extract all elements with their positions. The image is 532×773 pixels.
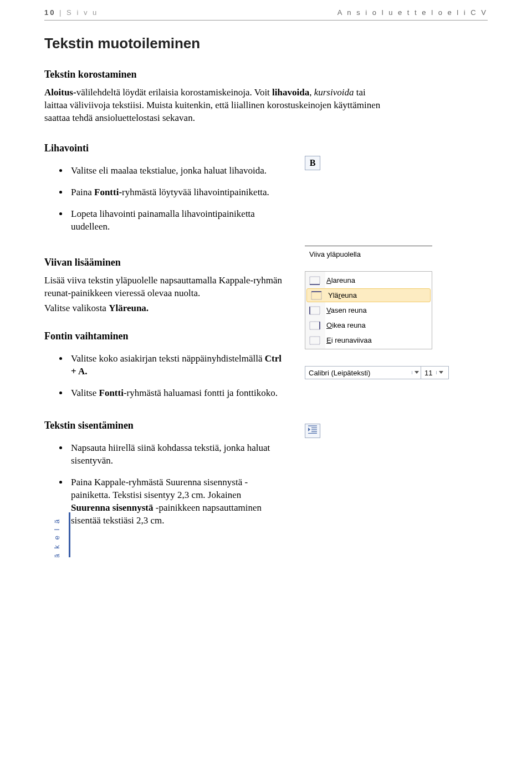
svg-rect-4 <box>310 307 320 314</box>
paragraph-korostaminen: Aloitus-välilehdeltä löydät erilaisia ko… <box>44 87 388 125</box>
sidebar-accent-bar <box>69 512 70 557</box>
page-title: Tekstin muotoileminen <box>44 34 488 53</box>
svg-marker-16 <box>308 428 310 431</box>
paragraph-viiva-2: Valitse valikosta Yläreuna. <box>44 302 283 315</box>
list-item: Valitse Fontti-ryhmästä haluamasi fontti… <box>69 383 283 404</box>
font-size-value: 11 <box>424 368 436 378</box>
page-label: S i v u <box>66 8 98 17</box>
sidebar-author: T a r u H o n k a p ä ä j a H a n n a M … <box>52 518 62 557</box>
list-sisennys: Napsauta hiirellä siinä kohdassa tekstiä… <box>44 438 283 532</box>
bold-button[interactable]: B <box>305 156 320 170</box>
svg-rect-2 <box>311 292 321 299</box>
border-right-icon <box>309 320 321 331</box>
list-item: Paina Kappale-ryhmästä Suurenna sisennys… <box>69 472 283 532</box>
menu-item-label: Ei reunaviivaa <box>326 335 372 345</box>
menu-item-border[interactable]: Vasen reuna <box>305 303 432 318</box>
menu-item-border[interactable]: Oikea reuna <box>305 318 432 333</box>
menu-item-border[interactable]: Yläreuna <box>306 288 431 302</box>
borders-menu[interactable]: AlareunaYläreunaVasen reunaOikea reunaEi… <box>305 271 432 349</box>
list-lihavointi: Valitse eli maalaa tekstialue, jonka hal… <box>44 160 283 238</box>
menu-item-label: Alareuna <box>326 276 355 286</box>
list-item: Napsauta hiirellä siinä kohdassa tekstiä… <box>69 438 283 472</box>
font-size-dropdown[interactable]: 11 <box>421 366 449 379</box>
list-item: Paina Fontti-ryhmästä löytyvää lihavoint… <box>69 182 283 204</box>
document-title: A n s i o l u e t t e l o e l i C V <box>337 8 488 18</box>
sidebar-author-block: T a r u H o n k a p ä ä j a H a n n a M … <box>50 468 66 557</box>
svg-rect-6 <box>310 322 320 329</box>
menu-item-label: Vasen reuna <box>326 306 367 316</box>
list-fontti: Valitse koko asiakirjan teksti näppäinyh… <box>44 348 283 404</box>
heading-viiva: Viivan lisääminen <box>44 256 283 269</box>
menu-item-border[interactable]: Ei reunaviivaa <box>305 333 432 348</box>
list-item: Valitse eli maalaa tekstialue, jonka hal… <box>69 160 283 182</box>
page-number: 10 <box>44 8 55 17</box>
tooltip-text: Viiva yläpuolella <box>309 250 361 258</box>
svg-rect-0 <box>310 277 320 284</box>
heading-fontti: Fontin vaihtaminen <box>44 329 283 343</box>
menu-item-label: Yläreuna <box>328 291 357 301</box>
font-name-dropdown[interactable]: Calibri (Leipäteksti) <box>305 366 421 379</box>
list-item: Lopeta lihavointi painamalla lihavointip… <box>69 204 283 238</box>
bold-icon: B <box>310 157 316 169</box>
chevron-down-icon <box>412 371 421 374</box>
border-bottom-icon <box>309 275 321 286</box>
paragraph-viiva-1: Lisää viiva tekstin yläpuolelle napsautt… <box>44 274 283 300</box>
menu-item-border[interactable]: Alareuna <box>305 273 432 288</box>
border-none-icon <box>309 335 321 346</box>
svg-rect-8 <box>310 337 320 344</box>
heading-korostaminen: Tekstin korostaminen <box>44 68 488 81</box>
border-left-icon <box>309 305 321 316</box>
svg-marker-10 <box>439 371 443 374</box>
font-combo: Calibri (Leipäteksti) 11 <box>305 366 449 379</box>
border-top-icon <box>310 290 323 301</box>
heading-sisennys: Tekstin sisentäminen <box>44 419 283 432</box>
menu-item-label: Oikea reuna <box>326 321 366 330</box>
svg-marker-9 <box>415 371 419 374</box>
increase-indent-icon <box>308 425 318 438</box>
page-number-separator: | <box>59 8 66 17</box>
font-name-value: Calibri (Leipäteksti) <box>305 368 412 378</box>
tooltip-line-above: Viiva yläpuolella <box>305 246 432 261</box>
increase-indent-button[interactable] <box>305 424 320 438</box>
heading-lihavointi: Lihavointi <box>44 141 283 155</box>
text-aloitus-bold: Aloitus- <box>44 87 76 98</box>
list-item: Valitse koko asiakirjan teksti näppäinyh… <box>69 348 283 383</box>
chevron-down-icon <box>436 371 445 374</box>
page-number-block: 10 | S i v u <box>44 8 98 18</box>
page-header: 10 | S i v u A n s i o l u e t t e l o e… <box>44 8 488 21</box>
